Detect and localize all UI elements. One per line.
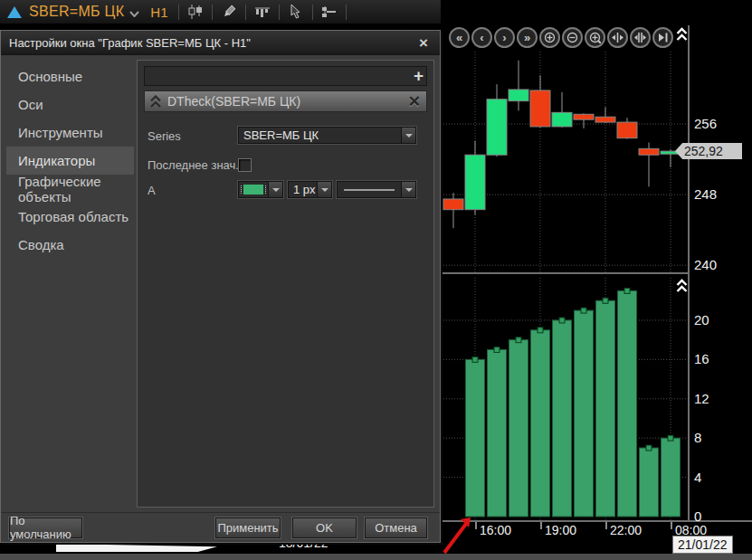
zoom-in-button[interactable] bbox=[539, 27, 560, 48]
candle-body bbox=[530, 90, 550, 127]
volume-bar bbox=[488, 350, 507, 517]
add-indicator-button[interactable]: + bbox=[414, 66, 424, 85]
candle-body bbox=[465, 155, 485, 210]
bar-marker bbox=[494, 347, 500, 353]
sidebar-item-Торговая область[interactable]: Торговая область bbox=[6, 203, 134, 231]
pane-divider[interactable] bbox=[441, 272, 689, 274]
zoom-out-button[interactable] bbox=[562, 27, 583, 48]
toolbar-separator bbox=[245, 5, 246, 20]
volume-bar bbox=[509, 340, 528, 517]
candle-body bbox=[617, 122, 637, 138]
dropdown-arrow-icon[interactable] bbox=[401, 128, 415, 143]
fast-forward-button[interactable]: » bbox=[517, 27, 538, 48]
cursor-icon[interactable] bbox=[284, 2, 308, 22]
dropdown-arrow-icon[interactable] bbox=[401, 182, 415, 197]
indicator-add-row: + bbox=[144, 66, 427, 86]
volume-axis-label: 20 bbox=[694, 312, 709, 328]
fast-backward-button[interactable]: « bbox=[449, 27, 470, 48]
instrument-label[interactable]: SBER=МБ ЦК bbox=[29, 4, 124, 20]
candle-body bbox=[487, 100, 507, 155]
indicator-settings-panel: + DTheck(SBER=МБ ЦК) ✕ Series SBER=МБ ЦК… bbox=[137, 60, 434, 508]
step-forward-button[interactable]: › bbox=[494, 27, 515, 48]
bar-marker bbox=[559, 318, 565, 323]
bar-marker bbox=[603, 298, 608, 303]
volume-bar bbox=[640, 448, 659, 517]
app-logo-icon bbox=[7, 6, 22, 18]
scroll-to-end-button[interactable] bbox=[652, 27, 673, 48]
compress-horizontal-button[interactable] bbox=[607, 27, 628, 48]
dropdown-arrow-icon[interactable] bbox=[317, 182, 331, 197]
price-axis-label: 256 bbox=[694, 116, 717, 132]
candlestick-chart-icon[interactable] bbox=[184, 2, 207, 22]
line-color-select[interactable] bbox=[238, 181, 283, 198]
time-tick bbox=[605, 522, 607, 529]
remove-indicator-icon[interactable]: ✕ bbox=[408, 94, 421, 109]
bar-marker bbox=[646, 445, 652, 451]
dialog-title-bar[interactable]: Настройки окна "График SBER=МБ ЦК - H1" … bbox=[1, 31, 440, 55]
collapse-card-icon[interactable] bbox=[150, 95, 161, 109]
volume-bar bbox=[531, 330, 550, 517]
chart-toolbar: «‹›» bbox=[441, 25, 688, 52]
candle-body bbox=[509, 90, 528, 101]
chevron-down-icon[interactable] bbox=[129, 11, 139, 17]
color-swatch bbox=[243, 185, 263, 195]
line-style-sample bbox=[344, 189, 395, 191]
trend-arrow-annotation[interactable] bbox=[441, 516, 479, 557]
last-value-label: Последнее знач. bbox=[148, 158, 239, 172]
candle-body bbox=[552, 112, 572, 127]
sidebar-item-Инструменты[interactable]: Инструменты bbox=[6, 119, 134, 147]
dropdown-arrow-icon[interactable] bbox=[268, 182, 282, 197]
step-backward-button[interactable]: ‹ bbox=[471, 27, 492, 48]
collapse-price-pane-icon[interactable] bbox=[676, 27, 688, 43]
ok-button[interactable]: OK bbox=[292, 517, 357, 538]
dialog-footer: По умолчанию Применить OK Отмена bbox=[1, 512, 440, 542]
chart-panel: «‹›» 252,92 256248240201612840 16:0019:0… bbox=[441, 0, 752, 560]
candle-body bbox=[574, 114, 594, 119]
toolbar-separator bbox=[346, 5, 347, 20]
indicator-card-header[interactable]: DTheck(SBER=МБ ЦК) ✕ bbox=[144, 90, 427, 112]
cancel-button[interactable]: Отмена bbox=[365, 517, 427, 538]
sidebar-item-Сводка[interactable]: Сводка bbox=[6, 231, 134, 259]
volume-profile-icon[interactable] bbox=[251, 2, 274, 22]
volume-axis-label: 12 bbox=[694, 391, 709, 407]
sidebar-item-Оси[interactable]: Оси bbox=[6, 90, 134, 119]
volume-bar bbox=[575, 310, 594, 517]
dialog-close-icon[interactable]: × bbox=[415, 35, 432, 51]
defaults-button[interactable]: По умолчанию bbox=[9, 517, 82, 538]
last-value-checkbox[interactable] bbox=[238, 158, 252, 172]
toolbar-separator bbox=[312, 5, 313, 20]
collapse-volume-pane-icon[interactable] bbox=[676, 279, 688, 294]
sidebar-item-Индикаторы[interactable]: Индикаторы bbox=[6, 147, 134, 175]
date-badge: 21/01/22 bbox=[672, 536, 733, 554]
window-bottom-strip bbox=[0, 554, 752, 560]
time-axis-label: 19:00 bbox=[545, 523, 576, 537]
volume-pane[interactable] bbox=[441, 278, 688, 520]
bar-marker bbox=[516, 337, 521, 343]
sidebar-item-Графические объекты[interactable]: Графические объекты bbox=[6, 175, 134, 203]
line-style-select[interactable] bbox=[337, 181, 416, 198]
style-row-label: A bbox=[148, 184, 156, 197]
volume-bar bbox=[553, 320, 572, 517]
bar-marker bbox=[624, 288, 630, 293]
indicator-title: DTheck(SBER=МБ ЦК) bbox=[167, 94, 300, 109]
timeframe-label[interactable]: H1 bbox=[150, 5, 167, 20]
series-select[interactable]: SBER=МБ ЦК bbox=[238, 127, 416, 144]
levels-icon[interactable] bbox=[318, 2, 341, 22]
dialog-sidebar: ОсновныеОсиИнструментыИндикаторыГрафичес… bbox=[6, 60, 134, 508]
apply-button[interactable]: Применить bbox=[215, 517, 281, 538]
line-width-select[interactable]: 1 px bbox=[288, 181, 332, 198]
volume-bar bbox=[466, 359, 485, 517]
sidebar-item-Основные[interactable]: Основные bbox=[6, 62, 134, 90]
price-pane[interactable] bbox=[441, 52, 688, 272]
time-tick bbox=[671, 522, 672, 529]
price-axis-label: 248 bbox=[694, 186, 717, 203]
draw-pencil-icon[interactable] bbox=[217, 2, 241, 22]
compress-vertical-button[interactable] bbox=[630, 27, 651, 48]
toolbar-separator bbox=[212, 5, 213, 20]
time-axis-label: 16:00 bbox=[480, 523, 511, 537]
volume-bar bbox=[662, 438, 681, 517]
candle-body bbox=[639, 148, 659, 155]
series-label: Series bbox=[148, 129, 181, 143]
zoom-area-button[interactable] bbox=[585, 27, 605, 48]
price-axis-label: 240 bbox=[694, 257, 717, 273]
